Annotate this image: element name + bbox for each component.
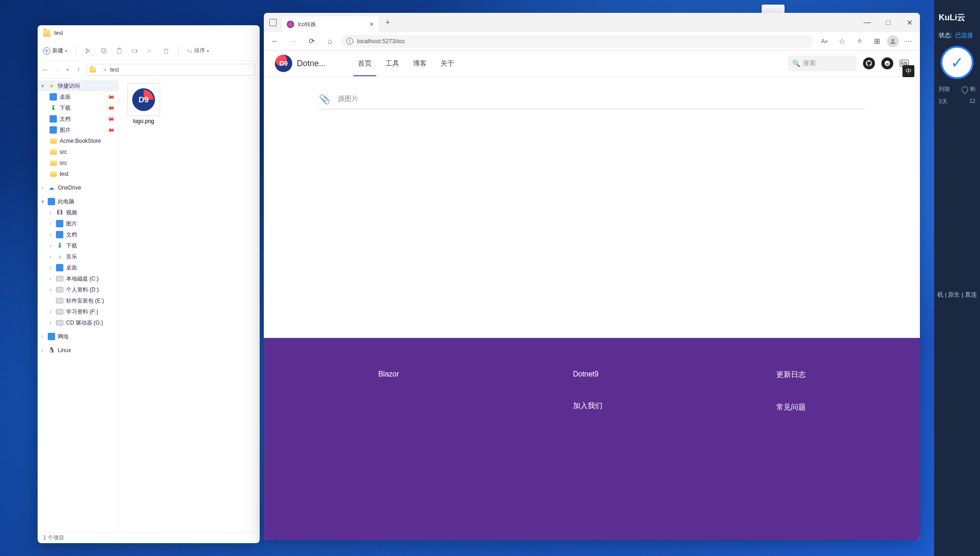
nav-tools[interactable]: 工具 <box>385 51 399 76</box>
favorite-icon[interactable]: ☆ <box>835 34 849 49</box>
back-button[interactable]: ← <box>267 34 282 49</box>
sidebar-network[interactable]: ›网络 <box>38 331 118 342</box>
github-icon[interactable] <box>863 57 875 69</box>
paste-icon[interactable] <box>116 47 123 55</box>
browser-toolbar: ← → ⟳ ⌂ i localhost:5273/ico A» ☆ ✧ ⊞ ⋯ <box>264 32 920 51</box>
cut-icon[interactable] <box>84 47 92 55</box>
svg-text:D9: D9 <box>139 95 149 104</box>
sidebar-linux[interactable]: ›🐧Linux <box>38 345 118 356</box>
sidebar-item-drive-e[interactable]: 软件安装包 (E:) <box>46 295 118 306</box>
tab-title: Ico转换 <box>298 21 316 28</box>
sidebar-item-desktop[interactable]: ›桌面 <box>46 262 118 273</box>
nav-about[interactable]: 关于 <box>440 51 454 76</box>
download-icon: ⬇ <box>50 104 57 112</box>
upload-field[interactable]: 📎 源图片 <box>319 89 865 109</box>
app-brand: Dotne... <box>297 59 326 68</box>
sidebar-this-pc[interactable]: ▾此电脑 <box>38 196 118 207</box>
sidebar-item-folder[interactable]: Acme.BookStore <box>46 135 118 146</box>
drive-icon <box>56 320 63 326</box>
status-label: 状态: <box>939 31 952 39</box>
sidebar-item-videos[interactable]: ›🎞视频 <box>46 207 118 218</box>
sort-button[interactable]: ↑↓ 排序 ▾ <box>187 47 209 55</box>
pin-icon: 📌 <box>106 114 116 124</box>
footer-link[interactable]: 常见问题 <box>776 403 806 412</box>
document-icon <box>50 115 57 123</box>
cloud-icon: ☁ <box>48 184 55 191</box>
sidebar-label: 网络 <box>58 333 69 341</box>
tab-actions-icon[interactable] <box>269 19 277 26</box>
nav-blog[interactable]: 博客 <box>413 51 427 76</box>
connect-toggle[interactable]: ✓ <box>941 46 974 79</box>
file-thumbnail: D9 <box>127 83 160 116</box>
refresh-button[interactable]: ⟳ <box>304 34 319 49</box>
file-item-logo[interactable]: D9 logo.png <box>123 83 164 124</box>
sidebar-label: 下载 <box>60 104 71 112</box>
minimize-button[interactable]: — <box>857 13 878 32</box>
new-tab-button[interactable]: + <box>381 16 394 29</box>
nav-home[interactable]: 首页 <box>358 51 372 76</box>
collections-icon[interactable]: ⊞ <box>869 34 884 49</box>
explorer-file-area[interactable]: D9 logo.png <box>118 79 260 532</box>
favorites-bar-icon[interactable]: ✧ <box>852 34 867 49</box>
sidebar-item-pictures[interactable]: 图片📌 <box>46 124 118 135</box>
breadcrumb-current[interactable]: test <box>110 67 119 73</box>
chevron-down-icon[interactable]: ▾ <box>64 67 71 73</box>
browser-tab[interactable]: Ico转换 ✕ <box>282 17 379 32</box>
maximize-button[interactable]: □ <box>878 13 899 32</box>
profile-avatar[interactable] <box>887 35 899 47</box>
forward-button[interactable]: → <box>286 34 301 49</box>
back-button[interactable]: ← <box>42 67 49 73</box>
upload-label: 源图片 <box>338 95 358 103</box>
up-button[interactable]: ↑ <box>75 67 82 73</box>
gitee-icon[interactable] <box>881 57 893 69</box>
sidebar-quick-access[interactable]: ▾ ★ 快捷访问 <box>38 80 118 91</box>
address-field[interactable]: > test <box>86 64 255 76</box>
sidebar-item-documents[interactable]: 文档📌 <box>46 113 118 124</box>
menu-button[interactable]: ⋯ <box>902 34 916 49</box>
new-button[interactable]: 新建 ▾ <box>43 47 67 55</box>
sidebar-item-music[interactable]: ›♪音乐 <box>46 251 118 262</box>
sidebar-item-folder[interactable]: src <box>46 157 118 168</box>
copy-icon[interactable] <box>100 47 107 55</box>
sidebar-item-folder[interactable]: src <box>46 146 118 157</box>
sidebar-item-folder[interactable]: test <box>46 168 118 180</box>
address-bar[interactable]: i localhost:5273/ico <box>341 35 813 48</box>
footer-link[interactable]: Dotnet9 <box>573 370 602 378</box>
page-content: D9 Dotne... 首页 工具 博客 关于 🔍 搜索 EN 中 <box>264 51 920 540</box>
close-button[interactable]: ✕ <box>899 13 920 32</box>
favicon <box>287 21 294 28</box>
sidebar-item-drive-c[interactable]: ›本地磁盘 (C:) <box>46 273 118 284</box>
footer-link[interactable]: Blazor <box>378 370 399 378</box>
site-info-icon[interactable]: i <box>346 38 353 45</box>
folder-icon <box>50 160 57 166</box>
sidebar-item-pictures[interactable]: ›图片 <box>46 218 118 229</box>
drive-icon <box>56 287 63 292</box>
footer-link[interactable]: 加入我们 <box>573 401 602 411</box>
sidebar-item-desktop[interactable]: 桌面📌 <box>46 91 118 102</box>
sidebar-onedrive[interactable]: ›☁OneDrive <box>38 182 118 193</box>
sidebar-item-downloads[interactable]: ⬇下载📌 <box>46 102 118 113</box>
sidebar-item-drive-d[interactable]: ›个人资料 (D:) <box>46 284 118 295</box>
app-logo[interactable]: D9 <box>275 55 292 72</box>
sidebar-item-downloads[interactable]: ›⬇下载 <box>46 240 118 251</box>
footer-link[interactable]: 更新日志 <box>776 370 806 380</box>
delete-icon[interactable] <box>162 47 170 55</box>
drive-icon <box>56 309 63 315</box>
explorer-titlebar[interactable]: test <box>38 25 260 41</box>
page-body: 📎 源图片 <box>264 76 920 338</box>
sidebar-label: CD 驱动器 (G:) <box>66 319 103 327</box>
sidebar-item-documents[interactable]: ›文档 <box>46 229 118 240</box>
read-aloud-icon[interactable]: A» <box>817 34 832 49</box>
sidebar-item-drive-g[interactable]: ›CD 驱动器 (G:) <box>46 317 118 328</box>
desktop-icon <box>56 264 63 271</box>
sidebar-label: Linux <box>58 347 71 354</box>
sidebar-item-drive-f[interactable]: ›学习资料 (F:) <box>46 306 118 317</box>
search-input[interactable]: 🔍 搜索 <box>788 56 857 71</box>
forward-button[interactable]: → <box>53 67 60 73</box>
share-icon[interactable] <box>147 47 154 55</box>
close-tab-icon[interactable]: ✕ <box>369 21 374 28</box>
home-button[interactable]: ⌂ <box>323 34 337 49</box>
overlay-mode-links[interactable]: 机 | 原生 | 直连 <box>934 291 980 299</box>
rename-icon[interactable] <box>131 47 139 55</box>
ime-cn-badge[interactable]: 中 <box>902 65 914 77</box>
